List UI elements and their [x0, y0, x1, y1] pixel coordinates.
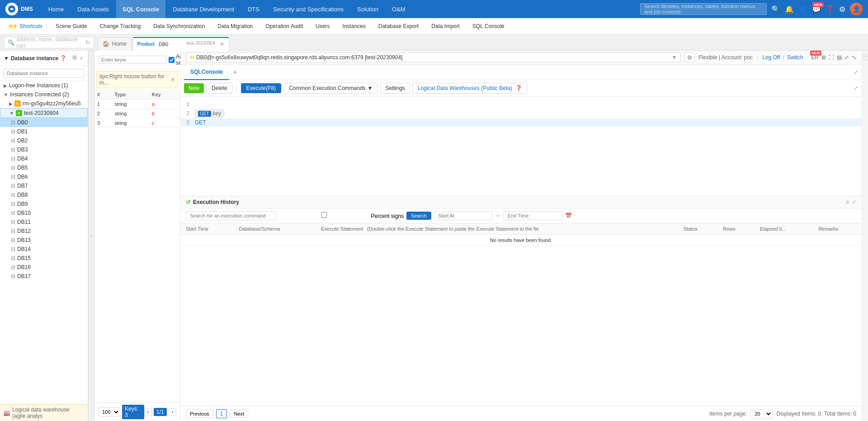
- nav2-users[interactable]: Users: [310, 18, 335, 34]
- tree-db-db12[interactable]: ⊟DB12: [0, 227, 88, 236]
- table-row[interactable]: 1 string a: [94, 99, 180, 109]
- ldw-button[interactable]: Logical Data Warehouses (Public Beta) ❓: [413, 83, 527, 94]
- connection-select[interactable]: ✉ DB0@r-gs5u6x8xuwywt0q8qn.redis.singapo…: [186, 52, 681, 62]
- expand-editor-icon[interactable]: ⤢: [854, 85, 858, 91]
- tree-db-db5[interactable]: ⊟DB5: [0, 163, 88, 172]
- nav2-instances[interactable]: Instances: [337, 18, 371, 34]
- sidebar-collapse-handle[interactable]: ‹: [88, 51, 94, 421]
- right-panel-expand-button[interactable]: ›: [863, 52, 867, 60]
- accurate-search-checkbox[interactable]: [169, 57, 175, 63]
- contacts-icon[interactable]: 👤: [798, 5, 807, 14]
- add-tree-icon[interactable]: ⊞: [72, 54, 77, 62]
- nav-item-sql-console[interactable]: SQL Console: [116, 0, 165, 18]
- nav-item-om[interactable]: O&M: [386, 0, 412, 18]
- tree-db-db16[interactable]: ⊟DB16: [0, 263, 88, 272]
- product-tab[interactable]: Product DB0 test-20230904 ✕: [132, 37, 229, 51]
- avatar[interactable]: 👤: [850, 3, 863, 15]
- expand-icon[interactable]: ⛶: [829, 54, 834, 61]
- nav2-data-import[interactable]: Data Import: [426, 18, 465, 34]
- log-off-button[interactable]: Log Off: [762, 54, 780, 61]
- add-tab-button[interactable]: +: [229, 68, 241, 76]
- search-icon[interactable]: 🔍: [771, 5, 780, 14]
- table-row[interactable]: 3 string c: [94, 118, 180, 128]
- tree-db-db0[interactable]: ⊟ DB0: [0, 118, 88, 127]
- tree-db-db9[interactable]: ⊟DB9: [0, 199, 88, 208]
- next-button[interactable]: Next: [230, 410, 248, 418]
- count-select[interactable]: 100 200 500: [98, 407, 120, 416]
- tree-db-db3[interactable]: ⊟DB3: [0, 145, 88, 154]
- exec-search-button[interactable]: Search: [406, 212, 431, 220]
- tab-close-icon[interactable]: ✕: [220, 41, 224, 47]
- copy-button[interactable]: ⧉: [684, 52, 695, 62]
- tree-instances-connected[interactable]: ▼ Instances Connected (2): [0, 90, 88, 99]
- nav2-data-sync[interactable]: Data Synchronization: [148, 18, 210, 34]
- warning-close-icon[interactable]: ✕: [170, 76, 175, 83]
- execute-button[interactable]: Execute(F8): [241, 83, 281, 93]
- refresh-icon[interactable]: ↻: [85, 39, 90, 46]
- tree-instance-1[interactable]: ▶ R rm-gs5gu4tzz2my56eu5: [0, 99, 88, 108]
- nav-item-home[interactable]: Home: [42, 0, 71, 18]
- menu-icon[interactable]: ≡: [846, 199, 849, 205]
- tree-db-db4[interactable]: ⊟DB4: [0, 154, 88, 163]
- add-icon[interactable]: ＋: [79, 54, 84, 62]
- nav-item-dts[interactable]: DTS: [241, 0, 266, 18]
- percent-signs-checkbox[interactable]: [279, 212, 369, 218]
- app-logo[interactable]: DMS: [5, 3, 33, 15]
- nav-item-data-assets[interactable]: Data Assets: [71, 0, 115, 18]
- items-per-page-select[interactable]: 20 50 100: [750, 409, 773, 418]
- tree-db-db2[interactable]: ⊟DB2: [0, 136, 88, 145]
- delete-button[interactable]: Delete: [207, 83, 232, 94]
- nav-item-solution[interactable]: Solution: [351, 0, 385, 18]
- nav2-data-migration[interactable]: Data Migration: [212, 18, 258, 34]
- maximize-icon[interactable]: ⤢: [854, 69, 858, 76]
- kb-next-page-button[interactable]: ›: [169, 408, 176, 416]
- nav-item-security[interactable]: Security and Specifications: [267, 0, 350, 18]
- nav2-db-export[interactable]: Database Export: [373, 18, 424, 34]
- kb-prev-page-button[interactable]: ‹: [144, 408, 152, 416]
- home-tab[interactable]: 🏠 Home: [98, 37, 132, 51]
- nav2-scene-guide[interactable]: Scene Guide: [50, 18, 92, 34]
- tree-db-db11[interactable]: ⊟DB11: [0, 218, 88, 227]
- common-commands-button[interactable]: Common Execution Commands ▼: [284, 83, 377, 94]
- new-button[interactable]: New: [184, 83, 204, 93]
- nav2-sql-console[interactable]: SQL Console: [467, 18, 510, 34]
- tree-db-db8[interactable]: ⊟DB8: [0, 190, 88, 199]
- nav2-operation-audit[interactable]: Operation Audit: [260, 18, 308, 34]
- exec-search-input[interactable]: [186, 211, 276, 220]
- help-icon[interactable]: ❓: [826, 5, 835, 14]
- settings-button[interactable]: Settings: [380, 83, 410, 94]
- layout-icon[interactable]: ▤: [837, 54, 842, 61]
- end-time-input[interactable]: [504, 211, 562, 220]
- tree-db-db1[interactable]: ⊟DB1: [0, 127, 88, 136]
- tree-db-db14[interactable]: ⊟DB14: [0, 245, 88, 254]
- nav2-change-tracking[interactable]: Change Tracking: [94, 18, 146, 34]
- tree-instance-2[interactable]: ▼ R test-20230904: [0, 108, 88, 118]
- global-search[interactable]: Search libraries, instances, tables, fun…: [640, 3, 767, 15]
- settings-icon[interactable]: ⚙: [839, 5, 845, 14]
- tree-db-db7[interactable]: ⊟DB7: [0, 181, 88, 190]
- sql-console-tab[interactable]: SQLConsole: [184, 65, 229, 80]
- code-editor[interactable]: 1 2 GET key 3 GET: [180, 97, 862, 196]
- table-icon[interactable]: ⊞: [821, 54, 826, 61]
- tree-db-db13[interactable]: ⊟DB13: [0, 236, 88, 245]
- tree-db-db17[interactable]: ⊟DB17: [0, 272, 88, 281]
- chat-icon[interactable]: 💬 NEW: [812, 5, 821, 14]
- resize-icon[interactable]: ⤡: [852, 54, 856, 61]
- nav-item-db-development[interactable]: Database Development: [166, 0, 241, 18]
- tree-db-db6[interactable]: ⊟DB6: [0, 172, 88, 181]
- tree-db-db10[interactable]: ⊟DB10: [0, 208, 88, 218]
- tree-logon-free[interactable]: ▶ Logon-free Instances (1): [0, 81, 88, 90]
- fullscreen-icon[interactable]: ⤢: [844, 54, 849, 61]
- table-row[interactable]: 2 string b: [94, 109, 180, 118]
- address-input[interactable]: 🔍 address, name, database narr ↻: [4, 37, 94, 48]
- key-search-input[interactable]: [98, 56, 167, 64]
- start-at-input[interactable]: [434, 211, 493, 220]
- calendar-icon[interactable]: 📅: [565, 213, 572, 219]
- notification-icon[interactable]: 🔔: [785, 5, 794, 14]
- previous-button[interactable]: Previous: [186, 410, 213, 418]
- er-icon[interactable]: ER NEW: [811, 54, 819, 61]
- switch-button[interactable]: Switch: [787, 54, 803, 61]
- expand-icon[interactable]: ⤢: [852, 199, 856, 205]
- tree-db-db15[interactable]: ⊟DB15: [0, 254, 88, 263]
- shortcuts-item[interactable]: ⚡ ⚡ Shortcuts: [7, 23, 42, 29]
